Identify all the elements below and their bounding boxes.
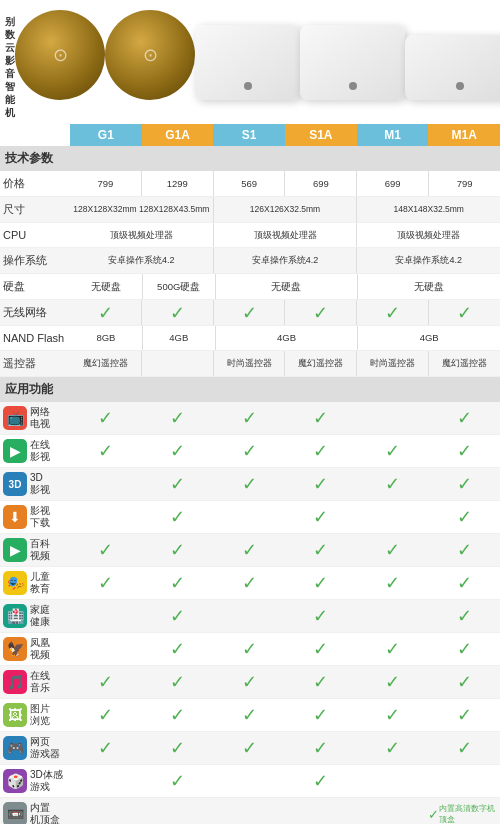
cpu-g1: 顶级视频处理器 <box>70 223 214 247</box>
product-m1-img <box>405 35 500 100</box>
hdd-g1: 无硬盘 <box>70 274 143 299</box>
feature-label-stb: 📼 内置机顶盒 <box>0 798 70 824</box>
stb-s1a <box>285 798 357 824</box>
products-row: ⊙ ⊙ <box>15 10 500 100</box>
col-s1: S1 <box>213 124 285 146</box>
col-g1: G1 <box>70 124 142 146</box>
feature-cells-health: ✓ ✓ ✓ <box>70 600 500 632</box>
3d-s1a: ✓ <box>285 468 357 500</box>
features-section-header: 应用功能 <box>0 377 500 402</box>
price-m1a: 799 <box>429 171 500 196</box>
feature-row-wiki: ▶ 百科视频 ✓ ✓ ✓ ✓ ✓ ✓ <box>0 534 500 567</box>
spec-cells-wifi: ✓ ✓ ✓ ✓ ✓ ✓ <box>70 300 500 325</box>
feature-label-3d: 3D 3D影视 <box>0 468 70 500</box>
webgame-m1: ✓ <box>357 732 429 764</box>
kids-g1: ✓ <box>70 567 142 599</box>
tv-m1a: ✓ <box>428 402 500 434</box>
feature-cells-music: ✓ ✓ ✓ ✓ ✓ ✓ <box>70 666 500 698</box>
webgame-g1: ✓ <box>70 732 142 764</box>
feature-cells-stb: ✓ 内置高清数字机顶盒 <box>70 798 500 824</box>
nand-m1: 4GB <box>358 326 500 350</box>
cpu-m1-text: 顶级视频处理器 <box>397 230 460 241</box>
nand-s1: 4GB <box>216 326 359 350</box>
tv-s1: ✓ <box>213 402 285 434</box>
spec-cells-size: 128X128X32mm 128X128X43.5mm 126X126X32.5… <box>70 197 500 222</box>
remote-s1a: 魔幻遥控器 <box>285 351 357 376</box>
size-m1: 148X148X32.5mm <box>393 204 463 214</box>
wiki-m1: ✓ <box>357 534 429 566</box>
nand-g1: 8GB <box>70 326 143 350</box>
spec-row-remote: 遥控器 魔幻遥控器 时尚遥控器 魔幻遥控器 时尚遥控器 魔幻遥控器 <box>0 351 500 377</box>
download-name: 影视下载 <box>30 505 50 529</box>
video-s1a: ✓ <box>285 435 357 467</box>
3dgame-s1a: ✓ <box>285 765 357 797</box>
feature-cells-webgame: ✓ ✓ ✓ ✓ ✓ ✓ <box>70 732 500 764</box>
health-s1a: ✓ <box>285 600 357 632</box>
dl-g1a: ✓ <box>142 501 214 533</box>
spec-row-cpu: CPU 顶级视频处理器 顶级视频处理器 顶级视频处理器 <box>0 223 500 248</box>
os-g1: 安卓操作系统4.2 <box>70 248 214 273</box>
product-g1-img-wrap: ⊙ <box>15 10 105 100</box>
remote-g1: 魔幻遥控器 <box>70 351 142 376</box>
feature-row-health: 🏥 家庭健康 ✓ ✓ ✓ <box>0 600 500 633</box>
product-g1a-img: ⊙ <box>105 10 195 100</box>
feature-cells-download: ✓ ✓ ✓ <box>70 501 500 533</box>
webgame-name: 网页游戏器 <box>30 736 60 760</box>
dl-g1 <box>70 501 142 533</box>
feature-row-3dgame: 🎲 3D体感游戏 ✓ ✓ <box>0 765 500 798</box>
product-s1a-img-wrap <box>300 25 405 100</box>
3d-m1a: ✓ <box>428 468 500 500</box>
dl-s1a: ✓ <box>285 501 357 533</box>
col-s1a: S1A <box>285 124 357 146</box>
spec-cells-nand: 8GB 4GB 4GB 4GB <box>70 326 500 350</box>
wifi-m1: ✓ <box>357 300 429 325</box>
3d-g1a: ✓ <box>142 468 214 500</box>
feature-row-stb: 📼 内置机顶盒 ✓ 内置高清数字机顶盒 <box>0 798 500 824</box>
wifi-s1: ✓ <box>214 300 286 325</box>
stb-m1a: ✓ 内置高清数字机顶盒 <box>428 798 500 824</box>
stb-m1 <box>357 798 429 824</box>
remote-g1a <box>142 351 214 376</box>
feature-row-phoenix: 🦅 凤凰视频 ✓ ✓ ✓ ✓ ✓ <box>0 633 500 666</box>
page-container: 别数 云影音智能机 ⊙ ⊙ <box>0 0 500 824</box>
3dgame-g1a: ✓ <box>142 765 214 797</box>
phoenix-m1: ✓ <box>357 633 429 665</box>
os-m1: 安卓操作系统4.2 <box>357 248 500 273</box>
os-g1-text: 安卓操作系统4.2 <box>108 255 175 266</box>
kids-s1: ✓ <box>213 567 285 599</box>
size-g1-g1a: 128X128X32mm 128X128X43.5mm <box>70 197 214 222</box>
webgame-g1a: ✓ <box>142 732 214 764</box>
price-g1: 799 <box>70 171 142 196</box>
feature-label-kids: 🎭 儿童教育 <box>0 567 70 599</box>
nand-s1-text: 4GB <box>277 332 296 343</box>
video-g1: ✓ <box>70 435 142 467</box>
feature-cells-3d: ✓ ✓ ✓ ✓ ✓ <box>70 468 500 500</box>
os-s1: 安卓操作系统4.2 <box>214 248 358 273</box>
col-g1a: G1A <box>142 124 214 146</box>
features-section: 应用功能 📺 网络电视 ✓ ✓ ✓ ✓ ✓ ▶ 在线影视 ✓ <box>0 377 500 824</box>
photo-icon: 🖼 <box>3 703 27 727</box>
feature-row-music: 🎵 在线音乐 ✓ ✓ ✓ ✓ ✓ ✓ <box>0 666 500 699</box>
price-s1: 569 <box>214 171 286 196</box>
music-m1: ✓ <box>357 666 429 698</box>
header: 别数 云影音智能机 ⊙ ⊙ <box>0 0 500 124</box>
stb-s1 <box>213 798 285 824</box>
feature-label-video: ▶ 在线影视 <box>0 435 70 467</box>
wiki-icon: ▶ <box>3 538 27 562</box>
feature-row-3d: 3D 3D影视 ✓ ✓ ✓ ✓ ✓ <box>0 468 500 501</box>
wiki-s1a: ✓ <box>285 534 357 566</box>
size-s1-s1a: 126X126X32.5mm <box>214 197 358 222</box>
phoenix-name: 凤凰视频 <box>30 637 50 661</box>
webgame-s1: ✓ <box>213 732 285 764</box>
spec-cells-hdd: 无硬盘 500G硬盘 无硬盘 无硬盘 <box>70 274 500 299</box>
dl-m1 <box>357 501 429 533</box>
feature-row-download: ⬇ 影视下载 ✓ ✓ ✓ <box>0 501 500 534</box>
feature-row-webgame: 🎮 网页游戏器 ✓ ✓ ✓ ✓ ✓ ✓ <box>0 732 500 765</box>
stb-g1 <box>70 798 142 824</box>
size-m1-m1a: 148X148X32.5mm <box>357 197 500 222</box>
g1-logo-mark: ⊙ <box>53 44 68 66</box>
tv-name: 网络电视 <box>30 406 50 430</box>
feature-label-webgame: 🎮 网页游戏器 <box>0 732 70 764</box>
feature-row-tv: 📺 网络电视 ✓ ✓ ✓ ✓ ✓ <box>0 402 500 435</box>
dl-s1 <box>213 501 285 533</box>
